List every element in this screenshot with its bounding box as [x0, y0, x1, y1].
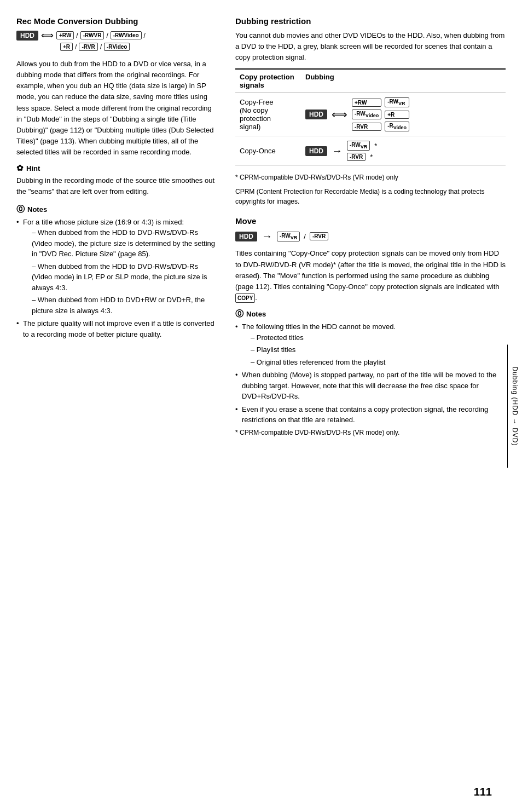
hint-text: Dubbing in the recording mode of the sou… — [16, 175, 219, 197]
notes-left-item-1: For a title whose picture size (16:9 or … — [16, 217, 219, 316]
move-arrow: → — [262, 230, 272, 243]
plus-r-badge-1: +R — [60, 43, 73, 51]
right-arrow: → — [332, 145, 343, 157]
minus-rwvr-move: -RWVR — [277, 232, 300, 241]
notes-right-title: ⓪ Notes — [235, 309, 506, 319]
notes-right-footnote: * CPRM-compatible DVD-RWs/DVD-Rs (VR mod… — [235, 428, 506, 437]
restriction-table: Copy protection signals Dubbing Copy-Fre… — [235, 68, 506, 166]
minus-rvr-cf: -RVR — [352, 123, 381, 131]
dubbing-restriction-title: Dubbing restriction — [235, 16, 506, 26]
notes-right-item-2: When dubbing (Move) is stopped partway, … — [235, 370, 506, 402]
hdd-copy-free: HDD — [305, 110, 327, 119]
minus-rwvr-badge: -RWVR — [80, 31, 105, 39]
notes-right-list: The following titles in the HDD cannot b… — [235, 321, 506, 425]
notes-left-sub-2: When dubbed from the HDD to DVD-RWs/DVD-… — [32, 261, 219, 293]
notes-icon-left: ⓪ — [16, 204, 25, 215]
table-header-copy: Copy protection signals — [235, 69, 301, 93]
table-footnote-1: * CPRM-compatible DVD-RWs/DVD-Rs (VR mod… — [235, 172, 506, 182]
hdd-copy-once: HDD — [305, 146, 327, 156]
asterisk-2: * — [370, 153, 373, 161]
copy-once-badges: -RWVR * -RVR * — [347, 141, 377, 161]
minus-rwvr-cf: -RWVR — [385, 97, 409, 107]
rec-mode-title: Rec Mode Conversion Dubbing — [16, 16, 219, 26]
minus-rw-video-cf: -RWVideo — [352, 110, 381, 119]
asterisk-1: * — [374, 142, 377, 150]
hdd-badge-1: HDD — [16, 31, 38, 41]
notes-left-sub-3: When dubbed from HDD to DVD+RW or DVD+R,… — [32, 295, 219, 316]
notes-right-item-1: The following titles in the HDD cannot b… — [235, 321, 506, 367]
minus-rwvr-co: -RWVR — [347, 141, 370, 151]
move-description: Titles containing "Copy-Once" copy prote… — [235, 248, 506, 303]
notes-right-section: ⓪ Notes The following titles in the HDD … — [235, 309, 506, 437]
notes-left-item-2: The picture quality will not improve eve… — [16, 318, 219, 339]
rec-mode-description: Allows you to dub from the HDD to a DVD … — [16, 59, 219, 158]
hint-icon: ✿ — [16, 163, 24, 173]
hdd-move: HDD — [235, 232, 257, 241]
minus-r-video-cf: -RVideo — [385, 122, 409, 131]
notes-right-sub-2: Playlist titles — [251, 344, 506, 355]
copy-free-badges: +RW -RWVR -RWVideo +R -RVR -RVideo — [352, 97, 409, 131]
notes-left-sub-1: When dubbed from the HDD to DVD-RWs/DVD-… — [32, 227, 219, 260]
notes-right-sub-1: Protected titles — [251, 332, 506, 343]
hint-title: ✿ Hint — [16, 163, 219, 173]
hint-section: ✿ Hint Dubbing in the recording mode of … — [16, 163, 219, 197]
arrow-both-1: ⟺ — [41, 30, 54, 41]
table-row-copy-free: Copy-Free(No copyprotectionsignal) HDD ⟺… — [235, 93, 506, 136]
minus-rvr-move: -RVR — [310, 232, 328, 240]
notes-left-section: ⓪ Notes For a title whose picture size (… — [16, 204, 219, 340]
copy-once-label: Copy-Once — [235, 136, 301, 166]
notes-icon-right: ⓪ — [235, 309, 243, 319]
table-footnote-2: CPRM (Content Protection for Recordable … — [235, 187, 506, 206]
page-number: 111 — [474, 786, 492, 798]
table-header-dubbing: Dubbing — [301, 69, 506, 93]
dubbing-restriction-description: You cannot dub movies and other DVD VIDE… — [235, 30, 506, 63]
copy-badge-inline: COPY — [235, 293, 255, 303]
minus-r-video-badge-1: -RVideo — [104, 43, 130, 51]
plus-rw-badge: +RW — [56, 31, 74, 39]
plus-r-cf: +R — [385, 111, 409, 119]
table-row-copy-once: Copy-Once HDD → -RWVR * — [235, 136, 506, 166]
copy-free-label: Copy-Free(No copyprotectionsignal) — [235, 93, 301, 136]
move-diagram: HDD → -RWVR / -RVR — [235, 230, 506, 243]
notes-right-sub-3: Original titles referenced from the play… — [251, 357, 506, 368]
copy-once-dubbing: HDD → -RWVR * -RVR * — [301, 136, 506, 166]
minus-rw-video-badge-1: -RWVideo — [111, 31, 142, 39]
notes-left-list: For a title whose picture size (16:9 or … — [16, 217, 219, 340]
notes-right-item-3: Even if you erase a scene that contains … — [235, 404, 506, 425]
side-label: Dubbing (HDD → DVD) — [507, 344, 522, 468]
minus-rvr-badge-1: -RVR — [79, 43, 97, 51]
copy-free-dubbing: HDD ⟺ +RW -RWVR -RWVideo +R -RVR -RVideo — [301, 93, 506, 136]
bidirectional-arrow: ⟺ — [332, 108, 347, 121]
rec-mode-diagram: HDD ⟺ +RW / -RWVR / -RWVideo / +R / -RVR… — [16, 30, 219, 53]
plus-rw-cf: +RW — [352, 99, 381, 107]
notes-left-title: ⓪ Notes — [16, 204, 219, 215]
move-title: Move — [235, 216, 506, 226]
move-section: Move HDD → -RWVR / -RVR Titles containin… — [235, 216, 506, 437]
minus-rvr-co: -RVR — [347, 153, 366, 161]
